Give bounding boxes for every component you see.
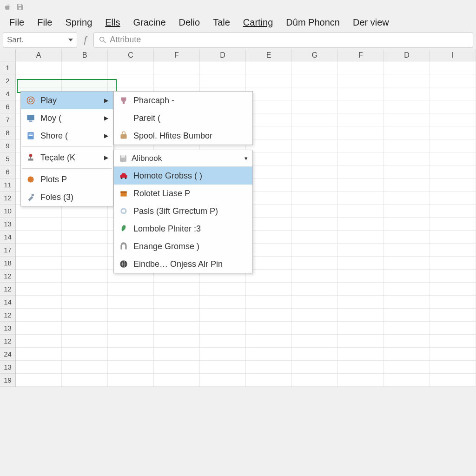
row-header[interactable]: 7	[0, 113, 16, 126]
cell[interactable]	[62, 61, 108, 74]
cell[interactable]	[384, 309, 430, 322]
cell[interactable]	[292, 374, 338, 387]
cell[interactable]	[430, 113, 476, 126]
row-header[interactable]: 4	[0, 87, 16, 100]
cell[interactable]	[16, 335, 62, 348]
cell[interactable]	[384, 231, 430, 244]
cell[interactable]	[384, 322, 430, 335]
cell[interactable]	[338, 283, 384, 296]
cell[interactable]	[16, 374, 62, 387]
save-icon[interactable]	[16, 3, 24, 11]
cell[interactable]	[108, 296, 154, 309]
cell[interactable]	[154, 309, 200, 322]
cell[interactable]	[62, 296, 108, 309]
cell[interactable]	[384, 283, 430, 296]
cell[interactable]	[200, 335, 246, 348]
sub2-item-eindbe[interactable]: Eindbe… Onjess Alr Pin	[114, 255, 252, 273]
cell[interactable]	[108, 322, 154, 335]
select-all-corner[interactable]	[0, 49, 16, 61]
cell[interactable]	[154, 322, 200, 335]
cell[interactable]	[384, 361, 430, 374]
cell[interactable]	[384, 165, 430, 178]
row-header[interactable]: 12	[0, 309, 16, 322]
fx-icon[interactable]: ƒ	[83, 34, 88, 45]
cell[interactable]	[338, 296, 384, 309]
col-header-D2[interactable]: D	[384, 49, 430, 61]
cell[interactable]	[292, 244, 338, 257]
cell[interactable]	[430, 139, 476, 152]
cell[interactable]	[292, 335, 338, 348]
cell[interactable]	[430, 126, 476, 139]
cell[interactable]	[430, 374, 476, 387]
cell[interactable]	[384, 113, 430, 126]
col-header-E[interactable]: E	[246, 49, 292, 61]
cell[interactable]	[154, 361, 200, 374]
row-header[interactable]: 14	[0, 231, 16, 244]
cell[interactable]	[338, 152, 384, 165]
col-header-C[interactable]: C	[108, 49, 154, 61]
cell[interactable]	[62, 270, 108, 283]
row-header[interactable]: 13	[0, 322, 16, 335]
cell[interactable]	[292, 61, 338, 74]
cell[interactable]	[338, 126, 384, 139]
menu-gracine[interactable]: Gracine	[127, 15, 172, 30]
cell[interactable]	[384, 205, 430, 218]
cell[interactable]	[384, 100, 430, 113]
cell[interactable]	[200, 374, 246, 387]
cell[interactable]	[338, 322, 384, 335]
cell[interactable]	[338, 270, 384, 283]
cell[interactable]	[16, 61, 62, 74]
cell[interactable]	[62, 361, 108, 374]
cell[interactable]	[430, 61, 476, 74]
cell[interactable]	[384, 348, 430, 361]
cell[interactable]	[338, 218, 384, 231]
cell[interactable]	[108, 283, 154, 296]
cell[interactable]	[200, 361, 246, 374]
cell[interactable]	[62, 309, 108, 322]
cell[interactable]	[108, 74, 154, 87]
row-header[interactable]: 11	[0, 178, 16, 192]
sub2-item-lombole[interactable]: Lombole Plniter :3	[114, 220, 252, 238]
cell[interactable]	[154, 74, 200, 87]
cell[interactable]	[62, 322, 108, 335]
cell[interactable]	[292, 322, 338, 335]
ctx-item-plots[interactable]: Plots P	[21, 171, 113, 188]
cell[interactable]	[384, 61, 430, 74]
menu-file-1[interactable]: File	[3, 15, 31, 30]
row-header[interactable]: 5	[0, 152, 16, 165]
cell[interactable]	[292, 165, 338, 178]
col-header-I[interactable]: I	[430, 49, 476, 61]
cell[interactable]	[338, 87, 384, 100]
cell[interactable]	[62, 257, 108, 270]
cell[interactable]	[384, 244, 430, 257]
cell[interactable]	[16, 309, 62, 322]
cell[interactable]	[246, 361, 292, 374]
col-header-A[interactable]: A	[16, 49, 62, 61]
cell[interactable]	[108, 348, 154, 361]
cell[interactable]	[292, 74, 338, 87]
sub-item-spool[interactable]: Spool. Hfites Bumbor	[114, 127, 252, 145]
cell[interactable]	[246, 335, 292, 348]
cell[interactable]	[292, 126, 338, 139]
row-header[interactable]: 18	[0, 257, 16, 270]
cell[interactable]	[16, 205, 62, 218]
row-header[interactable]: 1	[0, 61, 16, 74]
cell[interactable]	[338, 74, 384, 87]
cell[interactable]	[292, 139, 338, 152]
cell[interactable]	[16, 257, 62, 270]
row-header[interactable]: 12	[0, 192, 16, 205]
cell[interactable]	[384, 270, 430, 283]
cell[interactable]	[16, 231, 62, 244]
cell[interactable]	[154, 283, 200, 296]
row-header[interactable]: 12	[0, 283, 16, 296]
row-header[interactable]: 6	[0, 165, 16, 178]
cell[interactable]	[384, 152, 430, 165]
cell[interactable]	[384, 257, 430, 270]
cell[interactable]	[384, 178, 430, 192]
row-header[interactable]: 17	[0, 244, 16, 257]
cell[interactable]	[246, 61, 292, 74]
cell[interactable]	[62, 205, 108, 218]
cell[interactable]	[108, 335, 154, 348]
row-header[interactable]: 12	[0, 335, 16, 348]
cell[interactable]	[292, 218, 338, 231]
